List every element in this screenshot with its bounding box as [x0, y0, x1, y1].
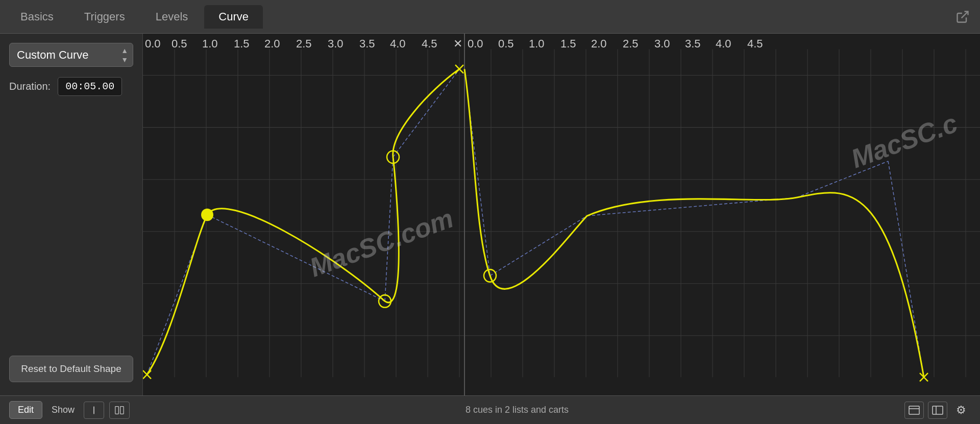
svg-text:3.5: 3.5	[359, 37, 375, 49]
svg-text:0.5: 0.5	[498, 37, 514, 49]
svg-rect-76	[933, 406, 943, 414]
svg-rect-71	[93, 406, 94, 414]
curve-type-dropdown-wrapper: Custom Curve Linear Ease In Ease Out S-C…	[9, 43, 133, 67]
svg-rect-73	[120, 406, 124, 414]
external-link-icon[interactable]	[955, 10, 970, 24]
duration-label: Duration:	[9, 81, 51, 92]
reset-to-default-shape-button[interactable]: Reset to Default Shape	[9, 356, 133, 382]
svg-text:3.0: 3.0	[328, 37, 344, 49]
svg-text:0.0: 0.0	[468, 37, 483, 49]
svg-text:4.5: 4.5	[747, 37, 763, 49]
svg-text:3.0: 3.0	[654, 37, 670, 49]
timeline-view-icon	[89, 405, 99, 416]
svg-text:4.0: 4.0	[716, 37, 731, 49]
svg-text:1.5: 1.5	[234, 37, 250, 49]
timeline-view-icon-button[interactable]	[84, 402, 104, 419]
left-panel: Custom Curve Linear Ease In Ease Out S-C…	[0, 34, 143, 395]
curve-canvas: 0.0 0.5 1.0 1.5 2.0 2.5 3.0 3.5 4.0 4.5 …	[143, 34, 980, 395]
curve-type-select[interactable]: Custom Curve Linear Ease In Ease Out S-C…	[9, 43, 133, 67]
svg-text:0.0: 0.0	[145, 37, 161, 49]
layout-icon-2[interactable]	[928, 402, 947, 419]
tab-curve[interactable]: Curve	[204, 5, 263, 29]
svg-text:✕: ✕	[453, 37, 462, 49]
svg-text:0.5: 0.5	[172, 37, 187, 49]
duration-row: Duration: 00:05.00	[9, 77, 133, 96]
svg-text:1.5: 1.5	[560, 37, 576, 49]
split-view-icon	[115, 405, 124, 416]
settings-icon-button[interactable]: ⚙	[951, 402, 971, 419]
svg-text:2.5: 2.5	[623, 37, 639, 49]
svg-line-0	[962, 11, 968, 18]
svg-text:1.0: 1.0	[529, 37, 545, 49]
curve-area[interactable]: 0.0 0.5 1.0 1.5 2.0 2.5 3.0 3.5 4.0 4.5 …	[143, 34, 980, 395]
left-panel-spacer	[9, 106, 133, 356]
curve-point-left[interactable]	[201, 209, 213, 221]
tab-bar: Basics Triggers Levels Curve	[0, 0, 980, 34]
split-view-icon-button[interactable]	[109, 402, 130, 419]
svg-text:1.0: 1.0	[202, 37, 218, 49]
svg-rect-1	[143, 34, 980, 395]
duration-value: 00:05.00	[58, 77, 122, 96]
svg-text:2.0: 2.0	[591, 37, 607, 49]
svg-rect-72	[115, 406, 119, 414]
svg-text:3.5: 3.5	[685, 37, 701, 49]
bottom-bar: Edit Show 8 cues in 2 lists and carts	[0, 395, 980, 424]
layout-icon-2-svg	[932, 406, 943, 415]
status-text: 8 cues in 2 lists and carts	[135, 405, 899, 415]
main-content: Custom Curve Linear Ease In Ease Out S-C…	[0, 34, 980, 395]
svg-text:2.5: 2.5	[296, 37, 312, 49]
svg-rect-74	[909, 406, 919, 414]
edit-button[interactable]: Edit	[9, 401, 42, 419]
layout-icon-1[interactable]	[904, 402, 924, 419]
svg-text:4.5: 4.5	[422, 37, 437, 49]
tab-basics[interactable]: Basics	[6, 5, 68, 29]
tab-triggers[interactable]: Triggers	[70, 5, 139, 29]
tab-levels[interactable]: Levels	[141, 5, 203, 29]
svg-text:4.0: 4.0	[390, 37, 406, 49]
bottom-right-icons: ⚙	[904, 402, 971, 419]
svg-text:2.0: 2.0	[264, 37, 280, 49]
show-button[interactable]: Show	[47, 402, 79, 418]
layout-icon-1-svg	[909, 406, 920, 415]
